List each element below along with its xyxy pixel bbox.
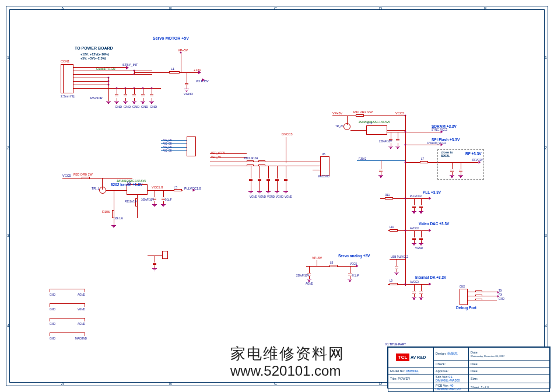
lbl-ug1: GND <box>50 293 55 296</box>
lbl-date2: Date: <box>471 362 478 366</box>
lbl-l8: L8 <box>330 261 333 264</box>
wire-12v-out <box>134 72 198 73</box>
val-designer: 韩振忠 <box>447 352 458 355</box>
wire-r106 <box>114 190 114 225</box>
lbl-vp5v-top: VP+5V <box>178 48 188 52</box>
val-date: Wednesday, December 05, 2007 <box>471 355 504 358</box>
wire-vcc3-bus <box>405 116 406 286</box>
lbl-ug3b: AGND <box>78 323 85 326</box>
wvd2 <box>421 230 422 237</box>
node-vdac <box>405 230 406 232</box>
lbl-check: Check: <box>436 362 446 366</box>
arrow-stby <box>126 66 129 69</box>
ind-l9 <box>390 283 398 285</box>
lbl-avcc3-a: AVCC3 <box>410 227 419 230</box>
lbl-dept: AV R&D <box>411 355 426 359</box>
gsd1 <box>388 146 393 149</box>
gnd-r4 <box>141 101 145 104</box>
lbl-ug2: GND <box>50 308 55 311</box>
wsdc-h <box>387 132 405 132</box>
lbl-sheet: Sheet: <box>471 386 480 389</box>
ind-l8-sa <box>329 265 338 267</box>
lbl-ug4: GND <box>50 337 55 340</box>
arrow-pllvcc18 <box>193 189 195 192</box>
bw3 <box>161 147 187 148</box>
gnd18b <box>161 204 166 208</box>
lbl-usb-pllvcc3: USB PLLVCC3 <box>391 256 408 258</box>
lbl-l10: L10 <box>390 226 394 229</box>
res-c3 <box>258 160 265 162</box>
cvd3 <box>268 166 269 178</box>
watermark-line1: 家电维修资料网 <box>230 344 345 364</box>
heading-ida: Internal DA +3.3V <box>415 275 446 279</box>
wire-usb-pll <box>390 259 405 260</box>
csd2 <box>396 139 399 142</box>
lbl-10k: 10k 1% <box>114 217 123 220</box>
row-3-l: 3 <box>7 233 9 237</box>
heading-spi: SPI Flash +3.3V <box>432 138 460 142</box>
cap-r2 <box>124 94 127 97</box>
wc3 <box>134 88 135 94</box>
cw4 <box>210 166 321 166</box>
lbl-r10: R10 2R2 /2W <box>353 110 373 114</box>
lbl-avcc3-b: AVCC3 <box>410 281 419 284</box>
lbl-ug4b: MACGND <box>75 337 87 340</box>
col-e-top: E <box>484 6 487 10</box>
logo-tcl: TCL <box>396 354 410 361</box>
wid2 <box>421 284 422 291</box>
heading-servo-analog: Servo analog +5V <box>338 254 370 258</box>
lbl-cgnd3: VGND <box>267 195 275 198</box>
note-power-board: TO POWER BOARD <box>75 46 113 50</box>
val-sheet: 2 of 6 <box>481 386 489 389</box>
wsdc2 <box>398 132 398 139</box>
cw3 <box>210 162 321 162</box>
gnd-conn <box>106 101 111 104</box>
heading-vdac: Video DAC +3.3V <box>419 222 449 226</box>
val-title: POWER <box>398 377 410 380</box>
lbl-approve: Approve: <box>436 369 448 373</box>
lbl-vcc18: VCC1.8 <box>152 186 163 189</box>
lbl-r106: R106 <box>102 210 110 214</box>
cap-r5 <box>150 94 153 97</box>
arrow-12v <box>198 71 201 74</box>
wsac2 <box>350 266 350 273</box>
ind-l10 <box>390 229 398 232</box>
cgnd1 <box>248 191 253 195</box>
gid1 <box>412 297 416 300</box>
col-d-bot: D <box>379 382 382 386</box>
res-c1 <box>247 160 254 162</box>
lbl-l1: L1 <box>171 67 174 71</box>
gfj <box>378 175 383 178</box>
lbl-cgnd5: VGND <box>285 195 292 198</box>
lbl-cgnd1: VGND <box>250 195 257 198</box>
wpll1 <box>414 198 415 205</box>
lbl-r11: R11 <box>385 194 390 197</box>
lbl-stby-int-pos: Close1/TO.GN <box>96 67 115 71</box>
arrow-ida <box>429 283 432 286</box>
title-block: TCL AV R&D Design: 韩振忠 Date: Wednesday, … <box>387 346 551 388</box>
lbl-vgnd1: VGND <box>184 92 193 96</box>
ind-l7 <box>420 161 428 163</box>
lbl-r111n: R111n/1% <box>125 200 137 203</box>
node-g1 <box>108 77 110 79</box>
lbl-gndrow5: GND <box>150 105 157 108</box>
col-c-bot: C <box>274 382 277 386</box>
conn-left-small <box>187 136 196 156</box>
col-a-bot: A <box>61 382 64 386</box>
rdb3 <box>475 299 482 300</box>
transistor-trl <box>99 187 106 194</box>
wc1 <box>117 88 117 94</box>
conn-lone <box>162 251 168 259</box>
node-vp5v-top <box>180 52 182 54</box>
wsa1 <box>317 260 317 266</box>
lbl-stby-int: STBY_INT <box>122 63 138 66</box>
lbl-rs210r: RS210R <box>90 96 103 100</box>
wc2 <box>125 88 126 94</box>
arrow-rf <box>479 161 481 164</box>
node-pll <box>405 198 406 200</box>
row-1-r: 1 <box>545 55 547 60</box>
node-rf <box>405 162 406 163</box>
row-2-l: 2 <box>7 146 9 150</box>
glone <box>152 268 157 272</box>
lbl-vcc5-in: VCC5 <box>62 174 71 177</box>
